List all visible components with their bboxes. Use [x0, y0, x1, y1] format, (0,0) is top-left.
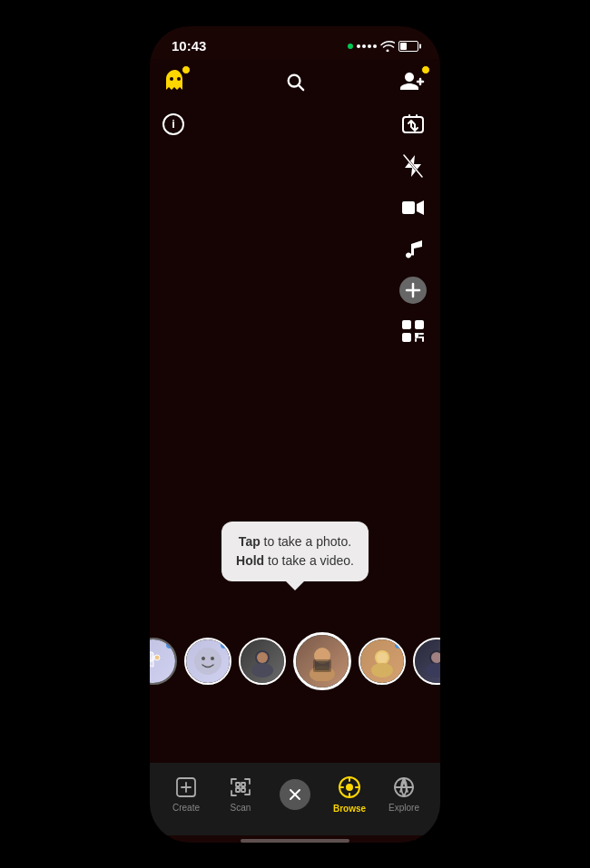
- person2-avatar-inner: [241, 639, 284, 683]
- stories-row: [150, 632, 440, 690]
- svg-rect-37: [236, 783, 240, 786]
- person1-notification: [221, 641, 228, 649]
- nav-explore[interactable]: Explore: [379, 775, 429, 813]
- status-icons: [348, 41, 418, 52]
- smiley-icon: [192, 645, 224, 678]
- duet-button[interactable]: [398, 193, 428, 222]
- duet-icon: [401, 199, 425, 217]
- tooltip-container: Tap to take a photo. Hold to take a vide…: [221, 522, 369, 581]
- home-indicator: [241, 839, 349, 843]
- qr-scan-icon: [401, 319, 425, 343]
- tooltip-text: Tap to take a photo. Hold to take a vide…: [236, 532, 354, 571]
- music-button[interactable]: [398, 235, 428, 264]
- flash-button[interactable]: [398, 151, 428, 180]
- tooltip-bold-tap: Tap: [239, 534, 261, 549]
- info-button[interactable]: i: [162, 113, 184, 135]
- svg-line-3: [299, 85, 303, 90]
- add-friend-button[interactable]: [398, 68, 428, 97]
- camera-view: i: [150, 59, 440, 763]
- flash-icon: [403, 154, 423, 178]
- scan-nav-icon: [229, 775, 252, 799]
- search-icon: [285, 72, 305, 92]
- top-left-controls: i: [162, 68, 188, 135]
- svg-rect-38: [241, 783, 245, 786]
- nav-create[interactable]: Create: [162, 775, 211, 813]
- svg-rect-39: [236, 788, 240, 792]
- svg-point-20: [211, 657, 214, 660]
- top-right-controls: [398, 68, 428, 346]
- browse-icon: [337, 775, 362, 800]
- status-bar: 10:43: [150, 26, 440, 59]
- story-person-3[interactable]: [359, 638, 406, 685]
- svg-point-23: [257, 652, 268, 663]
- plus-icon: [405, 282, 421, 298]
- story-person-1[interactable]: [184, 638, 231, 685]
- svg-rect-27: [315, 661, 329, 670]
- nav-browse[interactable]: Browse: [325, 775, 375, 814]
- create-label: Create: [172, 803, 200, 813]
- person4-avatar-inner: [415, 639, 440, 683]
- add-friend-icon: [400, 73, 426, 93]
- story-person-2[interactable]: [239, 638, 286, 685]
- story-active[interactable]: [293, 632, 351, 690]
- person2-avatar-icon: [246, 645, 279, 678]
- svg-point-22: [251, 663, 273, 678]
- close-button[interactable]: [280, 779, 310, 810]
- bottom-nav: Create Scan: [150, 763, 440, 835]
- person3-avatar-icon: [366, 645, 398, 678]
- phone-frame: 10:43: [150, 26, 440, 843]
- story-person-4[interactable]: [413, 638, 440, 685]
- svg-point-0: [170, 77, 173, 81]
- person4-avatar-icon: [420, 645, 440, 678]
- create-icon: [174, 775, 198, 799]
- svg-rect-7: [402, 201, 415, 214]
- tooltip-text-photo: to take a photo.: [261, 534, 351, 549]
- qr-scan-button[interactable]: [398, 317, 428, 346]
- nav-scan[interactable]: Scan: [216, 775, 266, 813]
- svg-point-19: [202, 657, 205, 660]
- profile-button[interactable]: [162, 68, 188, 102]
- svg-rect-15: [405, 336, 408, 339]
- tooltip-bubble: Tap to take a photo. Hold to take a vide…: [221, 522, 369, 581]
- person3-notification: [395, 641, 402, 649]
- svg-rect-14: [418, 323, 421, 327]
- flip-camera-button[interactable]: [398, 110, 428, 139]
- svg-point-32: [426, 663, 440, 678]
- explore-icon: [392, 775, 416, 799]
- stickers-icon: [150, 649, 166, 674]
- explore-label: Explore: [388, 803, 419, 813]
- svg-point-30: [377, 652, 388, 663]
- add-friend-notification-dot: [421, 65, 430, 74]
- tooltip-bold-hold: Hold: [236, 553, 264, 568]
- browse-label: Browse: [333, 804, 366, 814]
- svg-point-44: [346, 784, 353, 791]
- green-dot: [348, 44, 353, 49]
- nav-capture[interactable]: [270, 779, 320, 810]
- plus-button[interactable]: [399, 277, 427, 304]
- svg-rect-4: [403, 117, 423, 132]
- svg-rect-13: [405, 323, 408, 327]
- info-icon: i: [172, 117, 175, 131]
- stickers-notification: [166, 641, 173, 649]
- svg-point-29: [371, 663, 393, 678]
- svg-rect-40: [241, 788, 245, 792]
- wifi-icon: [380, 41, 395, 52]
- tooltip-text-video: to take a video.: [264, 553, 354, 568]
- scan-label: Scan: [231, 803, 251, 813]
- battery-icon: [398, 41, 418, 52]
- flip-camera-icon: [401, 112, 425, 136]
- active-avatar-inner: [296, 635, 349, 688]
- camera-person-icon: [302, 641, 342, 681]
- top-controls: i: [150, 59, 440, 355]
- close-icon: [289, 788, 301, 801]
- music-icon: [404, 239, 422, 260]
- story-stickers[interactable]: [150, 638, 177, 685]
- svg-point-1: [177, 77, 181, 81]
- svg-point-18: [194, 648, 221, 675]
- status-time: 10:43: [172, 38, 206, 54]
- profile-notification-dot: [182, 65, 191, 74]
- svg-point-17: [154, 655, 160, 660]
- search-button[interactable]: [281, 68, 309, 95]
- signal-dots-icon: [357, 44, 377, 48]
